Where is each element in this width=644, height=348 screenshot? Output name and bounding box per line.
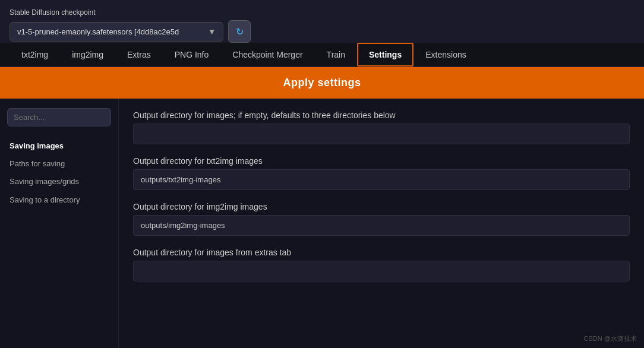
tab-checkpoint-merger[interactable]: Checkpoint Merger [220,43,314,67]
setting-label-output-dir-extras: Output directory for images from extras … [133,248,630,257]
setting-label-output-dir-img2img: Output directory for img2img images [133,202,630,211]
setting-group-output-dir-images: Output directory for images; if empty, d… [133,110,630,144]
tab-train[interactable]: Train [315,43,357,67]
tab-img2img[interactable]: img2img [60,43,115,67]
apply-settings-button[interactable]: Apply settings [283,77,361,89]
chevron-down-icon: ▼ [208,27,216,36]
setting-input-output-dir-extras[interactable] [133,261,630,281]
tab-settings[interactable]: Settings [357,43,413,67]
checkpoint-row: v1-5-pruned-emaonly.safetensors [4dd8ac2… [10,20,634,43]
refresh-icon: ↻ [236,26,244,37]
watermark: CSDN @水滴技术 [584,334,637,343]
setting-group-output-dir-txt2img: Output directory for txt2img images [133,156,630,190]
checkpoint-value: v1-5-pruned-emaonly.safetensors [4dd8ac2… [17,27,179,36]
setting-input-output-dir-txt2img[interactable] [133,169,630,190]
settings-content: Output directory for images; if empty, d… [119,99,644,348]
tab-pnginfo[interactable]: PNG Info [163,43,221,67]
setting-label-output-dir-images: Output directory for images; if empty, d… [133,110,630,120]
nav-tabs: txt2imgimg2imgExtrasPNG InfoCheckpoint M… [0,43,644,67]
setting-input-output-dir-images[interactable] [133,124,630,144]
setting-input-output-dir-img2img[interactable] [133,215,630,236]
setting-group-output-dir-img2img: Output directory for img2img images [133,202,630,236]
sidebar-item-saving-images-grids[interactable]: Saving images/grids [7,173,111,191]
main-content: Saving imagesPaths for savingSaving imag… [0,99,644,348]
sidebar-item-saving-images[interactable]: Saving images [7,137,111,155]
checkpoint-select[interactable]: v1-5-pruned-emaonly.safetensors [4dd8ac2… [10,22,223,42]
setting-group-output-dir-extras: Output directory for images from extras … [133,248,630,281]
tab-txt2img[interactable]: txt2img [10,43,60,67]
checkpoint-label: Stable Diffusion checkpoint [10,8,634,17]
sidebar: Saving imagesPaths for savingSaving imag… [0,99,119,348]
tab-extensions[interactable]: Extensions [413,43,478,67]
header: Stable Diffusion checkpoint v1-5-pruned-… [0,0,644,43]
setting-label-output-dir-txt2img: Output directory for txt2img images [133,156,630,166]
tab-extras[interactable]: Extras [115,43,163,67]
sidebar-item-saving-to-a-directory[interactable]: Saving to a directory [7,191,111,209]
search-input[interactable] [7,108,111,126]
refresh-button[interactable]: ↻ [228,20,251,43]
apply-settings-bar: Apply settings [0,67,644,99]
sidebar-item-paths-for-saving[interactable]: Paths for saving [7,155,111,173]
